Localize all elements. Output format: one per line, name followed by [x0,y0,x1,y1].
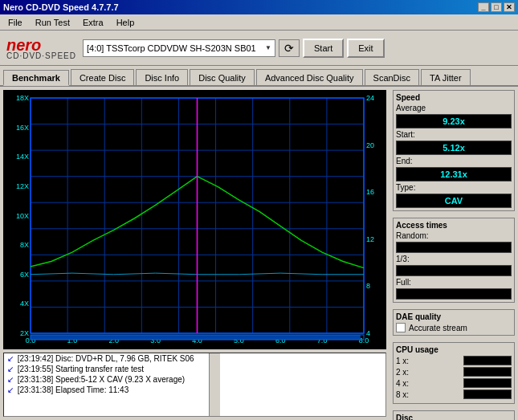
minimize-button[interactable]: _ [478,2,489,12]
one-third-label: 1/3: [396,255,410,263]
log-line-1: ↙ [23:19:55] Starting transfer rate test [4,364,198,374]
cpu-2x-row: 2 x: [396,367,512,377]
end-label: End: [396,157,413,165]
tab-create-disc[interactable]: Create Disc [71,69,134,85]
menu-run-test[interactable]: Run Test [31,16,75,29]
log-scrollbar[interactable] [209,353,220,416]
random-row: Random: [396,231,512,240]
full-value [396,288,512,300]
menu-file[interactable]: File [3,16,27,29]
full-row: Full: [396,278,512,287]
one-third-value [396,265,512,276]
logo-speed: CD·DVD·SPEED [6,51,76,60]
benchmark-chart [3,90,386,349]
drive-combo-arrow: ▼ [265,44,271,51]
chart-and-log: ↙ [23:19:42] Disc: DVD+R DL, 7.96 GB, RI… [0,87,390,420]
cpu-1x-value [463,356,512,365]
disc-group: Disc Type: DVD+R DL 7.96 GB [393,410,515,420]
close-button[interactable]: ✕ [504,2,515,12]
full-label: Full: [396,278,411,287]
cpu-4x-value [463,378,512,388]
cpu-8x-value [463,389,512,399]
window-title: Nero CD-DVD Speed 4.7.7.7 [3,2,119,12]
random-value [396,242,512,253]
dae-quality-group: DAE quality Accurate stream [393,309,515,336]
tabs-bar: Benchmark Create Disc Disc Info Disc Qua… [0,66,518,87]
menu-bar: File Run Test Extra Help [0,14,518,31]
log-line-2: ↙ [23:31:38] Speed:5-12 X CAV (9.23 X av… [4,374,198,385]
one-third-row: 1/3: [396,255,512,263]
menu-help[interactable]: Help [112,16,140,29]
main-content: ↙ [23:19:42] Disc: DVD+R DL, 7.96 GB, RI… [0,87,518,420]
random-label: Random: [396,231,429,240]
tab-benchmark[interactable]: Benchmark [3,70,69,86]
end-row: End: [396,157,512,165]
type-value: CAV [396,194,512,208]
speed-title: Speed [396,93,512,102]
type-label: Type: [396,183,415,192]
type-row: Type: [396,183,512,192]
cpu-4x-label: 4 x: [396,379,409,388]
tab-ta-jitter[interactable]: TA Jitter [421,69,471,85]
maximize-button[interactable]: □ [491,2,502,12]
cpu-1x-row: 1 x: [396,356,512,365]
average-value: 9.23x [396,114,512,128]
drive-combo[interactable]: [4:0] TSSTcorp CDDVDW SH-S203N SB01 ▼ [83,39,275,57]
drive-select-area: [4:0] TSSTcorp CDDVDW SH-S203N SB01 ▼ ⟳ … [83,39,512,58]
log-line-0: ↙ [23:19:42] Disc: DVD+R DL, 7.96 GB, RI… [4,353,198,364]
title-bar: Nero CD-DVD Speed 4.7.7.7 _ □ ✕ [0,0,518,14]
chart-wrap [3,90,386,349]
log-area: ↙ [23:19:42] Disc: DVD+R DL, 7.96 GB, RI… [3,353,386,417]
accurate-stream-row: Accurate stream [396,323,512,332]
cpu-title: CPU usage [396,345,512,354]
speed-group: Speed Average 9.23x Start: 5.12x End: 12… [393,90,515,211]
average-row: Average [396,104,512,112]
exit-button[interactable]: Exit [347,39,384,58]
cpu-2x-value [463,367,512,377]
start-label: Start: [396,130,415,139]
tab-disc-info[interactable]: Disc Info [136,69,188,85]
accurate-stream-checkbox[interactable] [396,323,406,332]
menu-extra[interactable]: Extra [78,16,108,29]
accurate-stream-label: Accurate stream [409,324,467,332]
tab-disc-quality[interactable]: Disc Quality [190,69,255,85]
drive-label: [4:0] TSSTcorp CDDVDW SH-S203N SB01 [87,43,256,53]
cpu-usage-group: CPU usage 1 x: 2 x: 4 x: 8 x: [393,342,515,404]
log-line-3: ↙ [23:31:38] Elapsed Time: 11:43 [4,385,198,395]
start-button[interactable]: Start [303,39,344,58]
access-times-title: Access times [396,221,512,230]
start-value: 5.12x [396,141,512,155]
cpu-2x-label: 2 x: [396,368,409,377]
cpu-8x-label: 8 x: [396,390,409,399]
tab-scan-disc[interactable]: ScanDisc [365,69,419,85]
tab-advanced-disc-quality[interactable]: Advanced Disc Quality [256,69,363,85]
title-bar-buttons: _ □ ✕ [478,2,515,12]
end-value: 12.31x [396,167,512,181]
start-row: Start: [396,130,512,139]
average-label: Average [396,104,426,112]
logo: nero CD·DVD·SPEED [6,36,76,60]
log-content: ↙ [23:19:42] Disc: DVD+R DL, 7.96 GB, RI… [4,353,198,416]
right-panel: Speed Average 9.23x Start: 5.12x End: 12… [390,87,518,420]
dae-title: DAE quality [396,312,512,321]
access-times-group: Access times Random: 1/3: Full: [393,218,515,303]
header-area: nero CD·DVD·SPEED [4:0] TSSTcorp CDDVDW … [0,31,518,66]
cpu-1x-label: 1 x: [396,357,409,365]
refresh-icon[interactable]: ⟳ [279,39,300,57]
cpu-4x-row: 4 x: [396,378,512,388]
cpu-8x-row: 8 x: [396,389,512,399]
disc-type-label: Disc [396,414,512,420]
